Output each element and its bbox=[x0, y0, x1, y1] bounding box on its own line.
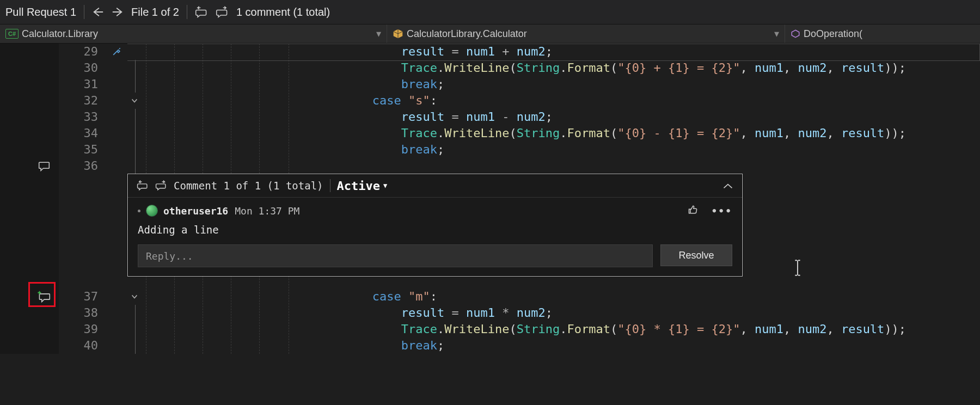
code-line[interactable]: case "m": bbox=[142, 289, 980, 305]
code-line[interactable]: case "s": bbox=[142, 93, 980, 109]
line-number: 32 bbox=[59, 93, 98, 109]
reply-input[interactable] bbox=[138, 244, 653, 267]
chevron-down-icon: ▼ bbox=[383, 182, 387, 189]
gutter-actions bbox=[0, 44, 29, 354]
line-number: 37 bbox=[59, 289, 98, 305]
chevron-down-icon: ▾ bbox=[376, 28, 381, 40]
line-number: 33 bbox=[59, 109, 98, 125]
next-file-button[interactable] bbox=[112, 6, 124, 18]
prev-comment-button[interactable] bbox=[195, 6, 208, 18]
fold-toggle[interactable] bbox=[127, 93, 142, 109]
comment-marker-icon[interactable] bbox=[29, 158, 59, 174]
line-number: 34 bbox=[59, 125, 98, 142]
line-number: 30 bbox=[59, 60, 98, 76]
text-cursor-icon bbox=[793, 259, 803, 279]
prev-comment-in-file-button[interactable] bbox=[137, 180, 149, 191]
crumb-class[interactable]: CalculatorLibrary.Calculator ▾ bbox=[387, 24, 785, 43]
comment-author-row: otheruser16 Mon 1:37 PM ••• bbox=[138, 204, 732, 217]
code-line[interactable]: break; bbox=[142, 142, 980, 158]
prev-file-button[interactable] bbox=[92, 6, 104, 18]
code-line[interactable]: break; bbox=[142, 338, 980, 354]
comment-panel-body: otheruser16 Mon 1:37 PM ••• Adding a lin… bbox=[128, 198, 742, 276]
code-line[interactable]: Trace.WriteLine(String.Format("{0} + {1}… bbox=[142, 60, 980, 76]
avatar bbox=[146, 205, 158, 217]
method-icon bbox=[791, 29, 800, 39]
pr-title: Pull Request 1 bbox=[5, 6, 76, 19]
next-comment-button[interactable] bbox=[216, 6, 229, 18]
line-number: 40 bbox=[59, 338, 98, 354]
separator bbox=[330, 179, 330, 192]
crumb-class-label: CalculatorLibrary.Calculator bbox=[407, 28, 527, 40]
line-number: 39 bbox=[59, 321, 98, 338]
crumb-method[interactable]: DoOperation( bbox=[785, 24, 980, 43]
line-number: 36 bbox=[59, 158, 98, 174]
comment-time: Mon 1:37 PM bbox=[235, 205, 299, 217]
chevron-down-icon: ▾ bbox=[774, 28, 779, 40]
fold-toggle[interactable] bbox=[127, 289, 142, 305]
code-line[interactable] bbox=[142, 158, 980, 174]
lightbulb-icon[interactable] bbox=[106, 44, 127, 60]
code-line[interactable]: result = num1 - num2; bbox=[142, 109, 980, 125]
code-line[interactable]: result = num1 + num2; bbox=[142, 44, 980, 60]
code-line[interactable]: break; bbox=[142, 76, 980, 93]
line-number: 35 bbox=[59, 142, 98, 158]
comment-counter: Comment 1 of 1 (1 total) bbox=[174, 180, 323, 192]
add-comment-highlight bbox=[28, 282, 56, 307]
file-position: File 1 of 2 bbox=[131, 6, 179, 19]
comment-summary: 1 comment (1 total) bbox=[236, 6, 330, 19]
gutter-line-numbers: 293031323334353637383940 bbox=[59, 44, 106, 354]
collapse-panel-button[interactable] bbox=[722, 179, 733, 193]
line-number: 31 bbox=[59, 76, 98, 93]
next-comment-in-file-button[interactable] bbox=[155, 180, 167, 191]
comment-body: Adding a line bbox=[138, 224, 732, 236]
gutter-glyphs bbox=[106, 44, 127, 354]
code-line[interactable]: result = num1 * num2; bbox=[142, 305, 980, 321]
comment-reply-row: Resolve bbox=[138, 244, 732, 267]
more-actions-button[interactable]: ••• bbox=[711, 205, 732, 217]
like-button[interactable] bbox=[687, 204, 699, 217]
resolve-button[interactable]: Resolve bbox=[660, 244, 732, 266]
line-number: 29 bbox=[59, 44, 98, 60]
line-number: 38 bbox=[59, 305, 98, 321]
comment-panel: Comment 1 of 1 (1 total) Active ▼ otheru… bbox=[127, 174, 743, 277]
crumb-namespace-label: Calculator.Library bbox=[22, 28, 98, 40]
pr-toolbar: Pull Request 1 File 1 of 2 1 comment (1 … bbox=[0, 0, 980, 24]
code-line[interactable]: Trace.WriteLine(String.Format("{0} * {1}… bbox=[142, 321, 980, 338]
separator bbox=[187, 5, 187, 19]
class-icon bbox=[393, 28, 403, 39]
crumb-method-label: DoOperation( bbox=[804, 28, 862, 40]
breadcrumb-bar: C# Calculator.Library ▾ CalculatorLibrar… bbox=[0, 24, 980, 44]
code-editor[interactable]: 293031323334353637383940 result = num1 +… bbox=[0, 44, 980, 354]
comment-author: otheruser16 bbox=[163, 205, 228, 217]
unread-dot-icon bbox=[138, 210, 140, 212]
crumb-namespace[interactable]: C# Calculator.Library ▾ bbox=[0, 24, 387, 43]
gutter-comment-marks bbox=[29, 44, 59, 354]
separator bbox=[84, 5, 84, 19]
comment-status-dropdown[interactable]: Active ▼ bbox=[337, 179, 388, 193]
code-line[interactable]: Trace.WriteLine(String.Format("{0} - {1}… bbox=[142, 125, 980, 142]
comment-panel-header: Comment 1 of 1 (1 total) Active ▼ bbox=[128, 174, 742, 198]
comment-status-label: Active bbox=[337, 179, 380, 193]
csharp-icon: C# bbox=[5, 29, 19, 39]
